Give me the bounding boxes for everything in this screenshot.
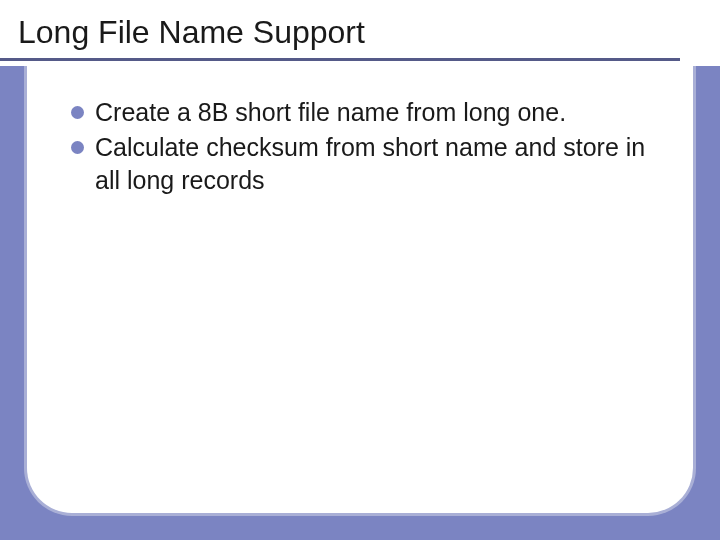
bullet-icon <box>71 141 84 154</box>
bullet-icon <box>71 106 84 119</box>
slide-title: Long File Name Support <box>18 14 720 51</box>
content-card: Create a 8B short file name from long on… <box>24 66 696 516</box>
title-bar: Long File Name Support <box>0 0 720 66</box>
bullet-list: Create a 8B short file name from long on… <box>71 96 657 197</box>
list-item: Calculate checksum from short name and s… <box>71 131 657 197</box>
bullet-text: Create a 8B short file name from long on… <box>95 98 566 126</box>
title-underline <box>0 58 680 61</box>
list-item: Create a 8B short file name from long on… <box>71 96 657 129</box>
bullet-text: Calculate checksum from short name and s… <box>95 133 645 194</box>
